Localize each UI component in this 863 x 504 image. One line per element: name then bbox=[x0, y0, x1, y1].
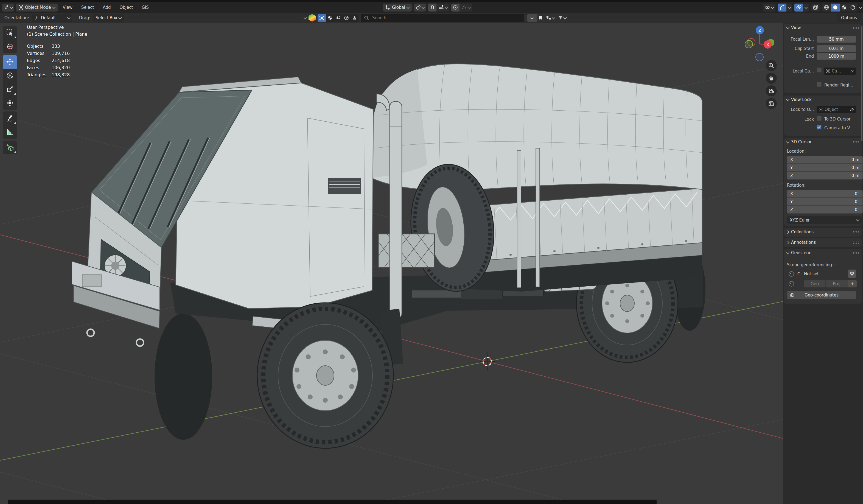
panel-3d-cursor-header[interactable]: 3D Cursor bbox=[784, 138, 862, 146]
coords-radio[interactable] bbox=[789, 281, 794, 287]
clear-icon[interactable] bbox=[851, 70, 854, 73]
tool-scale[interactable] bbox=[3, 83, 17, 96]
overlays-options-dropdown[interactable] bbox=[803, 3, 809, 12]
tool-cursor[interactable] bbox=[3, 39, 17, 53]
chevron-down-icon bbox=[786, 26, 789, 29]
shading-material-button[interactable] bbox=[840, 3, 849, 12]
smooth-curve-button[interactable] bbox=[527, 14, 537, 22]
addon-hexagon-icon[interactable] bbox=[309, 14, 316, 22]
panel-grip-icon[interactable] bbox=[852, 27, 860, 29]
cursor-rotation-y-field[interactable]: Y0° bbox=[787, 198, 863, 206]
cursor-rotation-z-field[interactable]: Z0° bbox=[787, 206, 863, 214]
cursor-location-x-field[interactable]: X0 m bbox=[787, 156, 863, 164]
geo-button[interactable]: Geo bbox=[804, 280, 825, 287]
snap-toggle[interactable] bbox=[428, 3, 436, 12]
zoom-button[interactable] bbox=[766, 60, 777, 71]
mode-selector[interactable]: Object Mode bbox=[16, 3, 58, 12]
orthographic-toggle-button[interactable] bbox=[766, 98, 777, 109]
transform-orientation-selector[interactable]: Global bbox=[383, 3, 412, 12]
panel-view-lock-header[interactable]: View Lock bbox=[784, 96, 862, 104]
cursor-rotation-x-field[interactable]: X0° bbox=[787, 190, 863, 198]
show-gizmo-toggle[interactable] bbox=[778, 3, 786, 12]
shading-options-dropdown[interactable] bbox=[859, 5, 862, 9]
add-crs-button[interactable]: + bbox=[848, 280, 857, 287]
local-camera-object-field[interactable]: Ca... bbox=[824, 67, 856, 75]
visibility-selector[interactable] bbox=[763, 3, 775, 12]
filter-objects-toggle[interactable] bbox=[317, 14, 326, 22]
clip-end-field[interactable]: 1000 m bbox=[817, 53, 856, 60]
menu-object[interactable]: Object bbox=[116, 2, 136, 13]
eyedropper-icon[interactable] bbox=[850, 108, 854, 112]
hierarchy-icon bbox=[546, 15, 551, 20]
tool-measure[interactable] bbox=[3, 125, 17, 139]
filter-selector[interactable] bbox=[556, 14, 568, 22]
local-camera-checkbox[interactable] bbox=[817, 67, 822, 73]
proportional-falloff-selector[interactable] bbox=[460, 3, 472, 12]
panel-grip-icon[interactable] bbox=[852, 241, 860, 244]
cursor-location-y-field[interactable]: Y0 m bbox=[787, 164, 863, 172]
shading-solid-button[interactable] bbox=[831, 3, 840, 12]
panel-geoscene-header[interactable]: Geoscene bbox=[784, 249, 862, 257]
bookmark-button[interactable] bbox=[537, 14, 544, 22]
tool-rotate[interactable] bbox=[3, 68, 17, 83]
pivot-point-selector[interactable] bbox=[414, 3, 426, 12]
panel-grip-icon[interactable] bbox=[852, 252, 860, 254]
navigation-gizmo[interactable]: X Z bbox=[738, 24, 779, 63]
render-region-checkbox[interactable] bbox=[817, 82, 822, 87]
search-field[interactable] bbox=[361, 14, 524, 22]
menu-gis[interactable]: GIS bbox=[138, 2, 152, 13]
menu-view[interactable]: View bbox=[59, 2, 76, 13]
menu-select[interactable]: Select bbox=[78, 2, 98, 13]
gizmo-minus-y[interactable] bbox=[745, 40, 753, 48]
clip-start-field[interactable]: 0.01 m bbox=[817, 45, 856, 52]
crs-settings-button[interactable] bbox=[848, 269, 856, 278]
tool-tweak-select[interactable] bbox=[3, 26, 17, 39]
shading-wireframe-button[interactable] bbox=[822, 3, 831, 12]
lock-to-3d-cursor-checkbox[interactable] bbox=[817, 116, 822, 121]
editor-type-button[interactable] bbox=[2, 3, 14, 12]
collapse-chevron-icon[interactable] bbox=[303, 16, 307, 19]
options-button[interactable]: Options bbox=[837, 14, 861, 22]
tool-annotate[interactable] bbox=[3, 112, 17, 125]
axis-label: Y bbox=[790, 165, 799, 170]
geo-coordinates-button[interactable]: Geo-coordinates bbox=[787, 291, 856, 299]
panel-collections-header[interactable]: Collections bbox=[784, 228, 862, 236]
drag-mode-selector[interactable]: Select Box bbox=[93, 14, 124, 22]
show-overlays-toggle[interactable] bbox=[795, 3, 803, 12]
cleanup-toggle[interactable] bbox=[351, 14, 359, 22]
camera-view-button[interactable] bbox=[766, 85, 777, 96]
hierarchy-selector[interactable] bbox=[544, 14, 556, 22]
chevron-down-icon bbox=[52, 5, 56, 9]
viewport-canvas[interactable] bbox=[0, 0, 863, 504]
panel-view-header[interactable]: View bbox=[784, 24, 862, 32]
gizmo-options-dropdown[interactable] bbox=[786, 3, 792, 12]
shading-rendered-button[interactable] bbox=[849, 3, 857, 12]
sidebar-scrollbar[interactable] bbox=[861, 26, 862, 141]
lock-to-object-field[interactable]: Object bbox=[817, 106, 856, 113]
crs-radio[interactable] bbox=[789, 271, 794, 277]
camera-to-view-checkbox[interactable] bbox=[817, 125, 822, 129]
pan-button[interactable] bbox=[766, 73, 777, 84]
focal-length-field[interactable]: 50 mm bbox=[817, 36, 856, 43]
cursor-location-z-field[interactable]: Z0 m bbox=[787, 172, 863, 179]
tool-orientation-selector[interactable]: Default bbox=[32, 14, 73, 22]
proportional-editing-toggle[interactable] bbox=[451, 3, 460, 12]
filter-world-toggle[interactable] bbox=[342, 14, 351, 22]
filter-material-toggle[interactable] bbox=[326, 14, 334, 22]
panel-annotations-header[interactable]: Annotations bbox=[784, 238, 862, 247]
search-input[interactable] bbox=[372, 15, 504, 21]
tool-group-select bbox=[3, 26, 17, 53]
proj-button[interactable]: Proj bbox=[825, 280, 848, 287]
gizmo-minus-z[interactable] bbox=[756, 53, 763, 61]
panel-grip-icon[interactable] bbox=[852, 141, 860, 143]
orientation-value: Global bbox=[392, 5, 405, 10]
menu-add[interactable]: Add bbox=[99, 2, 114, 13]
rotation-mode-dropdown[interactable]: XYZ Euler bbox=[787, 216, 862, 224]
xray-toggle[interactable] bbox=[811, 3, 820, 12]
tool-transform[interactable] bbox=[3, 96, 17, 110]
tool-move[interactable] bbox=[3, 55, 17, 68]
filter-fluid-toggle[interactable] bbox=[334, 14, 342, 22]
tool-add-primitive[interactable] bbox=[3, 140, 17, 154]
snap-target-selector[interactable] bbox=[436, 3, 449, 12]
panel-grip-icon[interactable] bbox=[852, 231, 860, 233]
